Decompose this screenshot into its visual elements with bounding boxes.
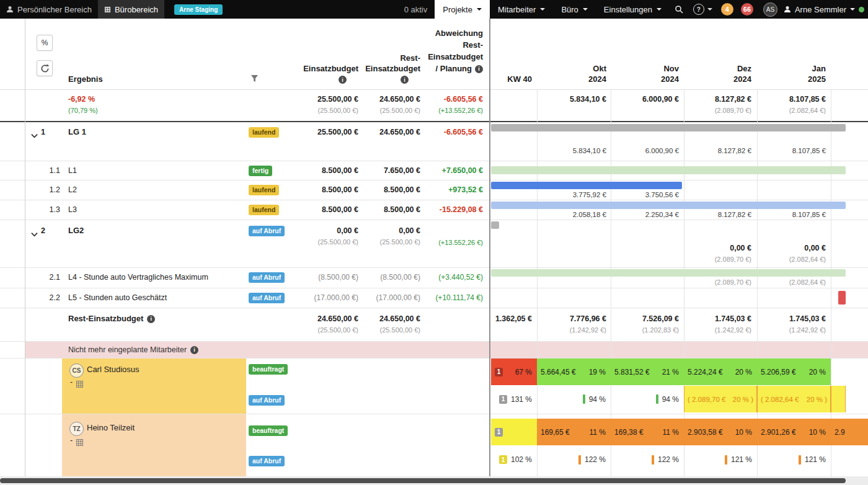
month-value-stack: 7.776,96 €(1.242,92 €) bbox=[538, 314, 606, 334]
col-header-kw40: KW 40 bbox=[491, 75, 532, 84]
col-header-abweichung-1: Abweichung bbox=[424, 29, 483, 38]
employee-name[interactable]: Heino Teilzeit bbox=[87, 424, 135, 433]
timeline-bar-light-green bbox=[491, 269, 846, 277]
rest-budget-label: Rest-Einsatzbudget bbox=[68, 314, 143, 324]
month-value: 8.107,85 € bbox=[758, 147, 826, 155]
person-icon bbox=[6, 6, 14, 13]
user-menu[interactable]: Arne Semmler bbox=[780, 5, 859, 14]
divider bbox=[25, 19, 25, 476]
schedule-grid-icon[interactable] bbox=[76, 379, 83, 390]
status-badge: beauftragt bbox=[249, 425, 288, 436]
menu-projekte[interactable]: Projekte bbox=[435, 0, 490, 19]
info-icon[interactable]: i bbox=[147, 315, 155, 323]
menu-mitarbeiter[interactable]: Mitarbeiter bbox=[490, 0, 553, 19]
plan-cell-jan[interactable]: 5.206,59 €20 % bbox=[757, 358, 831, 385]
position-name[interactable]: L4 - Stunde auto Vertragliches Maximum bbox=[68, 273, 208, 282]
info-icon[interactable]: i bbox=[475, 65, 483, 73]
search-icon[interactable] bbox=[670, 0, 688, 19]
subplan-cell-dez[interactable]: 121 % bbox=[684, 450, 757, 469]
cell-rest: 8.500,00 € bbox=[362, 185, 420, 194]
plan-cell-okt[interactable]: 169,65 €11 % bbox=[537, 419, 611, 445]
capacity-bar bbox=[578, 455, 581, 465]
menu-einstellungen[interactable]: Einstellungen bbox=[596, 0, 670, 19]
col-header-einsatzbudget: Einsatzbudget bbox=[300, 65, 358, 74]
notification-badge-orange[interactable]: 4 bbox=[721, 3, 733, 16]
position-row-1-1: 1.1 L1 fertig 8.500,00 € 7.650,00 € +7.6… bbox=[0, 161, 868, 180]
summary-jan: 8.107,85 € (2.082,64 €) bbox=[758, 95, 826, 115]
position-row-2-2: 2.2 L5 - Stunden auto Geschätzt auf Abru… bbox=[0, 288, 868, 308]
employee-row-carl: CS Carl Studiosus - beauftragt auf Abruf… bbox=[0, 358, 868, 414]
chevron-down-icon bbox=[707, 8, 712, 11]
schedule-grid-icon[interactable] bbox=[76, 437, 83, 448]
plan-cell-feb-partial[interactable]: 2.9 bbox=[831, 419, 868, 445]
menu-buero[interactable]: Büro bbox=[553, 0, 595, 19]
row-number: 2 bbox=[41, 226, 45, 235]
info-icon[interactable]: i bbox=[190, 346, 198, 354]
capacity-bar bbox=[725, 455, 727, 465]
month-value: 8.127,82 € bbox=[685, 147, 751, 155]
position-name[interactable]: L3 bbox=[68, 205, 77, 214]
scrollbar-thumb[interactable] bbox=[0, 478, 846, 483]
info-icon[interactable]: i bbox=[401, 76, 409, 84]
collapse-chevron[interactable] bbox=[31, 228, 38, 239]
cell-rest: 24.650,00 € bbox=[362, 128, 420, 136]
percent-toggle-button[interactable]: % bbox=[37, 35, 53, 51]
subplan-cell-nov[interactable]: 122 % bbox=[611, 450, 684, 469]
timeline-bar-light-green bbox=[491, 166, 846, 174]
subplan-cell-nov[interactable]: 94 % bbox=[611, 386, 684, 412]
cell-einsatzbudget: 8.500,00 € bbox=[300, 166, 358, 175]
cell-rest: (17.000,00 €) bbox=[362, 294, 420, 303]
menu-projekte-label: Projekte bbox=[443, 5, 472, 14]
employee-name[interactable]: Carl Studiosus bbox=[87, 365, 140, 375]
chevron-down-icon bbox=[540, 8, 545, 11]
subplan-cell-kw40[interactable]: 1 131 % bbox=[491, 386, 537, 412]
plan-cell-okt[interactable]: 5.664,45 €19 % bbox=[537, 358, 611, 385]
plan-cell-kw40[interactable]: 1 67 % bbox=[491, 358, 537, 385]
subplan-cell-jan[interactable]: 121 % bbox=[757, 450, 831, 469]
group-name[interactable]: LG2 bbox=[68, 226, 84, 236]
group-name[interactable]: LG 1 bbox=[68, 128, 86, 137]
plan-cell-dez[interactable]: 5.224,24 €20 % bbox=[684, 358, 757, 385]
avatar[interactable]: AS bbox=[763, 2, 777, 17]
budget-table: % Ergebnis Einsatzbudget i Rest- Einsatz… bbox=[0, 19, 868, 485]
subplan-cell-okt[interactable]: 94 % bbox=[537, 386, 611, 412]
month-value: 2.058,18 € bbox=[538, 211, 606, 219]
col-header-okt-year: 2024 bbox=[538, 75, 606, 84]
plan-cell-nov[interactable]: 5.831,52 €21 % bbox=[611, 358, 684, 385]
subplan-cell-kw40[interactable]: 1 102 % bbox=[491, 450, 537, 469]
plan-cell-nov[interactable]: 169,38 €11 % bbox=[611, 419, 684, 445]
planned-cell-dez[interactable]: ( 2.089,70 €20 % ) bbox=[684, 386, 757, 412]
planned-cell-jan[interactable]: ( 2.082,64 €20 % ) bbox=[757, 386, 831, 412]
filter-icon[interactable] bbox=[250, 74, 259, 84]
notification-badge-red[interactable]: 66 bbox=[741, 3, 753, 16]
horizontal-scrollbar[interactable] bbox=[0, 476, 868, 485]
position-name[interactable]: L5 - Stunden auto Geschätzt bbox=[68, 293, 167, 302]
row-number: 1.2 bbox=[25, 185, 60, 194]
capacity-bar bbox=[656, 394, 658, 404]
summary-pct-sub: (70,79 %) bbox=[68, 107, 98, 115]
help-menu[interactable]: ? bbox=[688, 0, 717, 19]
collapse-chevron[interactable] bbox=[31, 130, 38, 141]
month-value: 1.362,05 € bbox=[491, 314, 532, 323]
position-name[interactable]: L1 bbox=[68, 166, 77, 175]
plan-cell-dez[interactable]: 2.903,58 €10 % bbox=[684, 419, 757, 445]
status-badge: auf Abruf bbox=[249, 293, 285, 303]
position-name[interactable]: L2 bbox=[68, 185, 77, 194]
cell-einsatzbudget: (8.500,00 €) bbox=[300, 274, 358, 282]
status-badge: auf Abruf bbox=[249, 395, 285, 406]
col-header-rest-2: Einsatzbudget bbox=[362, 65, 420, 74]
info-icon[interactable]: i bbox=[339, 76, 347, 84]
conflict-count-badge: 1 bbox=[495, 368, 503, 376]
plan-cell-kw40[interactable]: 1 bbox=[491, 419, 537, 445]
row-number: 1 bbox=[41, 128, 45, 136]
office-area-tab[interactable]: Bürobereich bbox=[98, 0, 164, 19]
personal-area-tab[interactable]: Persönlicher Bereich bbox=[0, 0, 98, 19]
month-value: (2.082,64 €) bbox=[758, 278, 826, 287]
refresh-button[interactable] bbox=[37, 60, 53, 76]
utilization-pct: 67 % bbox=[515, 368, 532, 376]
month-value: 2.250,34 € bbox=[612, 211, 679, 219]
col-header-okt: Okt bbox=[538, 65, 606, 74]
subplan-cell-okt[interactable]: 122 % bbox=[537, 450, 611, 469]
planned-cell-feb-partial[interactable] bbox=[831, 386, 846, 412]
plan-cell-jan[interactable]: 2.901,26 €10 % bbox=[757, 419, 831, 445]
